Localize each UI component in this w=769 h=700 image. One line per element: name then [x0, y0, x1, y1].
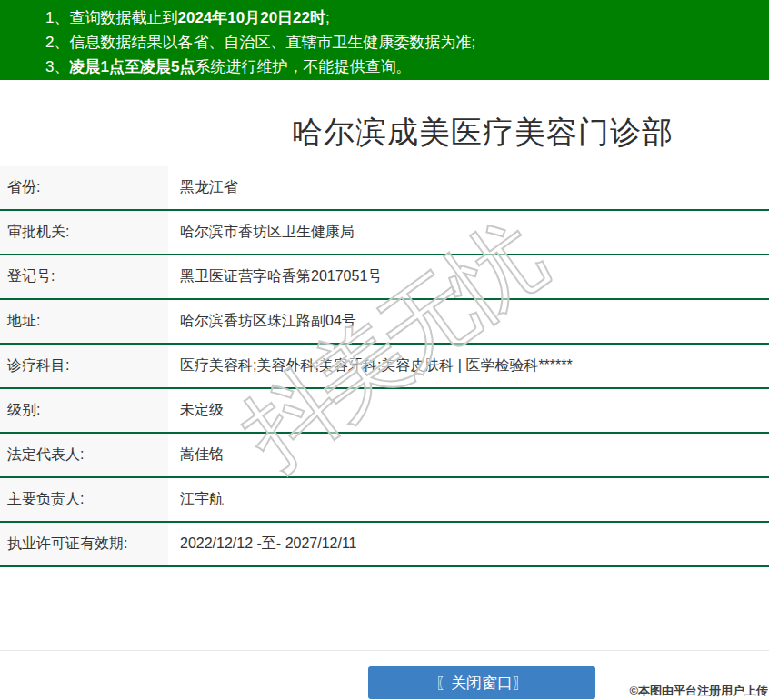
row-label: 登记号: [0, 255, 168, 298]
page-title: 哈尔滨成美医疗美容门诊部 [196, 114, 769, 150]
row-label: 省份: [0, 166, 168, 209]
row-label: 执业许可证有效期: [0, 523, 168, 565]
notice-line: 3、凌晨1点至凌晨5点系统进行维护，不能提供查询。 [45, 55, 760, 79]
row-value: 黑卫医证营字哈香第2017051号 [168, 267, 769, 286]
notice-line: 2、信息数据结果以各省、自治区、直辖市卫生健康委数据为准; [45, 30, 760, 55]
copyright-note: ©本图由平台注册用户上传 [629, 683, 768, 699]
row-value: 哈尔滨香坊区珠江路副04号 [168, 312, 769, 331]
close-window-button[interactable]: 〖关闭窗口〗 [368, 666, 595, 699]
notice-line-number: 1、 [45, 9, 69, 26]
table-row: 省份: 黑龙江省 [0, 166, 769, 211]
table-row: 执业许可证有效期: 2022/12/12 -至- 2027/12/11 [0, 523, 769, 567]
info-table: 省份: 黑龙江省 审批机关: 哈尔滨市香坊区卫生健康局 登记号: 黑卫医证营字哈… [0, 166, 769, 567]
notice-line-number: 3、 [45, 58, 69, 75]
table-row: 地址: 哈尔滨香坊区珠江路副04号 [0, 300, 769, 345]
table-row: 级别: 未定级 [0, 389, 769, 434]
row-value: 黑龙江省 [168, 178, 769, 197]
row-value: 江宇航 [168, 490, 769, 509]
row-label: 级别: [0, 389, 168, 432]
table-row: 主要负责人: 江宇航 [0, 478, 769, 523]
row-label: 法定代表人: [0, 434, 168, 476]
row-label: 主要负责人: [0, 478, 168, 521]
row-label: 地址: [0, 300, 168, 343]
row-label: 诊疗科目: [0, 345, 168, 387]
row-value: 嵩佳铭 [168, 445, 769, 465]
footer-divider [0, 650, 769, 651]
row-label: 审批机关: [0, 211, 168, 254]
notice-banner: 1、查询数据截止到2024年10月20日22时; 2、信息数据结果以各省、自治区… [0, 0, 769, 80]
notice-line: 1、查询数据截止到2024年10月20日22时; [45, 5, 760, 30]
row-value: 2022/12/12 -至- 2027/12/11 [168, 535, 769, 554]
table-row: 审批机关: 哈尔滨市香坊区卫生健康局 [0, 211, 769, 255]
row-value: 医疗美容科;美容外科;美容牙科;美容皮肤科 | 医学检验科****** [168, 356, 769, 375]
table-row: 法定代表人: 嵩佳铭 [0, 434, 769, 478]
table-row: 诊疗科目: 医疗美容科;美容外科;美容牙科;美容皮肤科 | 医学检验科*****… [0, 345, 769, 389]
table-row: 登记号: 黑卫医证营字哈香第2017051号 [0, 255, 769, 300]
row-value: 未定级 [168, 401, 769, 420]
row-value: 哈尔滨市香坊区卫生健康局 [168, 223, 769, 242]
notice-line-number: 2、 [45, 34, 69, 51]
